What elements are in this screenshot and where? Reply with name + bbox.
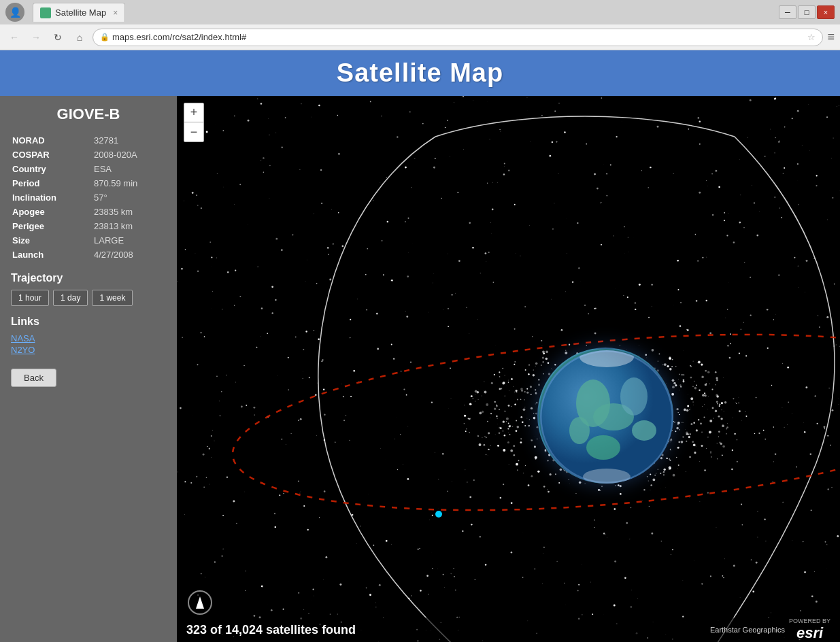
browser-tab[interactable]: Satellite Map × [33, 3, 125, 22]
info-row-launch: Launch 4/27/2008 [12, 248, 165, 261]
title-bar: 👤 Satellite Map × ─ □ × [0, 0, 840, 24]
tab-title: Satellite Map [55, 7, 106, 18]
satellite-name: GIOVE-B [11, 105, 166, 123]
app-body: GIOVE-B NORAD 32781 COSPAR 2008-020A Cou… [0, 96, 840, 642]
menu-button[interactable]: ≡ [827, 30, 835, 44]
n2yo-link[interactable]: N2YO [11, 345, 166, 355]
app-header: Satellite Map [0, 50, 840, 96]
info-row-cospar: COSPAR 2008-020A [12, 148, 165, 161]
trajectory-1day-button[interactable]: 1 day [53, 290, 88, 306]
info-row-apogee: Apogee 23835 km [12, 205, 165, 218]
country-label: Country [12, 163, 93, 175]
info-row-period: Period 870.59 min [12, 177, 165, 190]
links-section: NASA N2YO [11, 333, 166, 355]
compass [188, 590, 212, 615]
info-row-norad: NORAD 32781 [12, 134, 165, 147]
lock-icon: 🔒 [100, 33, 110, 41]
esri-logo: esri [796, 624, 823, 642]
info-table: NORAD 32781 COSPAR 2008-020A Country ESA… [11, 133, 166, 263]
url-text: maps.esri.com/rc/sat2/index.html# [112, 32, 246, 42]
trajectory-1week-button[interactable]: 1 week [92, 290, 133, 306]
size-label: Size [12, 234, 93, 247]
info-row-inclination: Inclination 57° [12, 191, 165, 204]
perigee-label: Perigee [12, 220, 93, 233]
minimize-button[interactable]: ─ [779, 5, 796, 19]
cospar-label: COSPAR [12, 148, 93, 161]
forward-nav-button[interactable]: → [27, 29, 45, 46]
nasa-link[interactable]: NASA [11, 333, 166, 343]
window-controls: ─ □ × [779, 5, 835, 19]
tab-close-btn[interactable]: × [113, 8, 118, 18]
country-value: ESA [94, 163, 165, 175]
period-value: 870.59 min [94, 177, 165, 190]
satellites-found-text: 323 of 14,024 satellites found [186, 623, 356, 637]
app-container: Satellite Map GIOVE-B NORAD 32781 COSPAR… [0, 50, 840, 642]
cospar-value: 2008-020A [94, 148, 165, 161]
period-label: Period [12, 177, 93, 190]
page-title: Satellite Map [0, 58, 840, 88]
map-area[interactable]: // Debris dots will be added via JS + − … [177, 96, 840, 642]
maximize-button[interactable]: □ [798, 5, 816, 19]
norad-value: 32781 [94, 134, 165, 147]
apogee-label: Apogee [12, 205, 93, 218]
browser-chrome: 👤 Satellite Map × ─ □ × ← → ↻ ⌂ 🔒 maps.e… [0, 0, 840, 50]
info-row-perigee: Perigee 23813 km [12, 220, 165, 233]
inclination-label: Inclination [12, 191, 93, 204]
inclination-value: 57° [94, 191, 165, 204]
trajectory-section-title: Trajectory [11, 272, 166, 284]
user-avatar: 👤 [5, 3, 24, 22]
trajectory-buttons: 1 hour 1 day 1 week [11, 290, 166, 306]
apogee-value: 23835 km [94, 205, 165, 218]
sidebar: GIOVE-B NORAD 32781 COSPAR 2008-020A Cou… [0, 96, 177, 642]
powered-by-text: POWERED BY [789, 618, 830, 624]
launch-value: 4/27/2008 [94, 248, 165, 261]
zoom-out-button[interactable]: − [184, 122, 203, 141]
norad-label: NORAD [12, 134, 93, 147]
compass-arrow [196, 596, 204, 609]
home-button[interactable]: ⌂ [71, 29, 88, 46]
address-bar[interactable]: 🔒 maps.esri.com/rc/sat2/index.html# ☆ [93, 29, 823, 46]
nav-bar: ← → ↻ ⌂ 🔒 maps.esri.com/rc/sat2/index.ht… [0, 24, 840, 50]
launch-label: Launch [12, 248, 93, 261]
earth-globe: // Debris dots will be added via JS [537, 348, 673, 484]
zoom-in-button[interactable]: + [184, 103, 203, 122]
perigee-value: 23813 km [94, 220, 165, 233]
zoom-controls: + − [184, 103, 204, 142]
debris-field: // Debris dots will be added via JS [498, 308, 716, 526]
size-value: LARGE [94, 234, 165, 247]
compass-circle [188, 590, 212, 615]
close-button[interactable]: × [817, 5, 835, 19]
info-row-country: Country ESA [12, 163, 165, 175]
svg-point-1 [435, 511, 442, 518]
esri-badge: Earthstar Geographics POWERED BY esri [710, 618, 830, 642]
links-section-title: Links [11, 316, 166, 328]
back-nav-button[interactable]: ← [5, 29, 23, 46]
trajectory-1hour-button[interactable]: 1 hour [11, 290, 49, 306]
info-row-size: Size LARGE [12, 234, 165, 247]
bookmark-icon[interactable]: ☆ [807, 32, 816, 42]
tab-favicon [40, 7, 51, 18]
reload-button[interactable]: ↻ [49, 29, 67, 46]
status-bar: 323 of 14,024 satellites found Earthstar… [177, 618, 840, 642]
back-button[interactable]: Back [11, 369, 56, 387]
earthstar-text: Earthstar Geographics [710, 626, 785, 634]
